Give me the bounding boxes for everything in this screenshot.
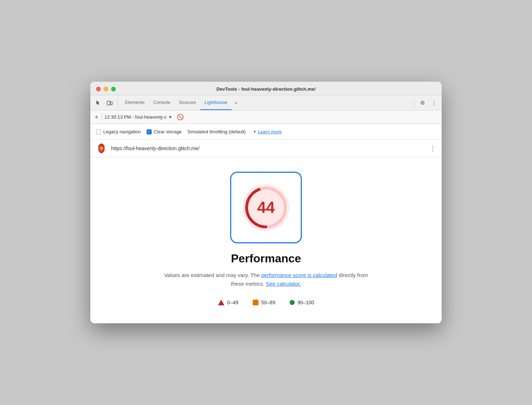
main-content: 44 Performance Values are estimated and … (90, 157, 442, 323)
description-prefix: Values are estimated and may vary. The (164, 272, 261, 278)
learn-more-link[interactable]: Learn more (258, 129, 281, 134)
performance-description: Values are estimated and may vary. The p… (158, 271, 374, 288)
tab-elements[interactable]: Elements (121, 95, 149, 110)
clear-storage-checkbox[interactable]: ✓ (147, 129, 152, 134)
nav-dropdown-arrow[interactable]: ▼ (168, 115, 172, 120)
legacy-navigation-label: Legacy navigation (103, 129, 141, 134)
title-bar: DevTools - foul-heavenly-direction.glitc… (90, 82, 442, 95)
green-circle-icon (290, 300, 295, 305)
nav-stop-button[interactable]: 🚫 (177, 114, 184, 120)
devtools-toolbar: Elements Console Sources Lighthouse » ⚙ … (90, 95, 442, 110)
tab-console[interactable]: Console (149, 95, 175, 110)
toolbar-divider (118, 99, 118, 107)
tab-overflow-button[interactable]: » (232, 95, 240, 110)
toolbar-divider-right (414, 99, 414, 107)
calculator-link[interactable]: See calculator. (266, 281, 301, 287)
options-bar: Legacy navigation ✓ Clear storage Simula… (90, 124, 442, 140)
tab-sources[interactable]: Sources (175, 95, 200, 110)
svg-rect-1 (110, 102, 112, 105)
nav-url-text: 12:30:13 PM - foul-heavenly-c (105, 114, 167, 120)
legend-item-green: 90–100 (290, 300, 314, 305)
cursor-icon[interactable] (93, 98, 103, 108)
traffic-lights (96, 87, 116, 91)
legend-range-orange: 50–89 (261, 300, 275, 305)
clear-storage-option: ✓ Clear storage (147, 129, 182, 134)
nav-url-display: 12:30:13 PM - foul-heavenly-c ▼ (105, 114, 172, 120)
lighthouse-icon: 🏮 (96, 143, 107, 153)
window-title: DevTools - foul-heavenly-direction.glitc… (217, 86, 315, 92)
score-gauge: 44 (230, 172, 302, 243)
orange-square-icon (253, 300, 258, 305)
legend-item-red: 0–49 (218, 300, 238, 305)
minimize-button[interactable] (104, 87, 108, 91)
throttling-label: Simulated throttling (default) (187, 129, 246, 134)
perf-score-link[interactable]: performance score is calculated (261, 272, 337, 278)
score-number: 44 (257, 199, 275, 216)
device-toggle-icon[interactable] (105, 98, 115, 108)
tab-lighthouse[interactable]: Lighthouse (200, 95, 232, 110)
more-options-icon[interactable]: ⋮ (429, 98, 439, 108)
settings-icon[interactable]: ⚙ (417, 98, 427, 108)
legend-range-green: 90–100 (298, 300, 314, 305)
legacy-navigation-option: Legacy navigation (96, 129, 141, 134)
url-row: 🏮 https://foul-heavenly-direction.glitch… (90, 140, 442, 157)
devtools-window: DevTools - foul-heavenly-direction.glitc… (90, 82, 442, 323)
nav-bar: + 12:30:13 PM - foul-heavenly-c ▼ 🚫 (90, 110, 442, 124)
clear-storage-label: Clear storage (154, 129, 182, 134)
score-legend: 0–49 50–89 90–100 (218, 300, 314, 305)
url-more-button[interactable]: ⋮ (429, 144, 436, 152)
svg-rect-0 (107, 101, 110, 105)
maximize-button[interactable] (111, 87, 116, 91)
toolbar-right-icons: ⚙ ⋮ (417, 98, 439, 108)
url-display: https://foul-heavenly-direction.glitch.m… (111, 146, 425, 151)
legend-range-red: 0–49 (227, 300, 238, 305)
add-tab-button[interactable]: + (95, 114, 99, 120)
legend-item-orange: 50–89 (253, 300, 275, 305)
throttling-option: Simulated throttling (default) (187, 129, 246, 134)
red-triangle-icon (218, 300, 224, 305)
learn-more-section: ▼ Learn more (253, 129, 281, 134)
gauge-circle: 44 (243, 184, 289, 231)
throttling-dropdown-arrow[interactable]: ▼ (253, 130, 256, 134)
nav-divider (101, 114, 102, 121)
legacy-navigation-checkbox[interactable] (96, 129, 101, 134)
close-button[interactable] (96, 87, 101, 91)
tab-list: Elements Console Sources Lighthouse » (121, 95, 411, 110)
performance-title: Performance (231, 252, 301, 265)
